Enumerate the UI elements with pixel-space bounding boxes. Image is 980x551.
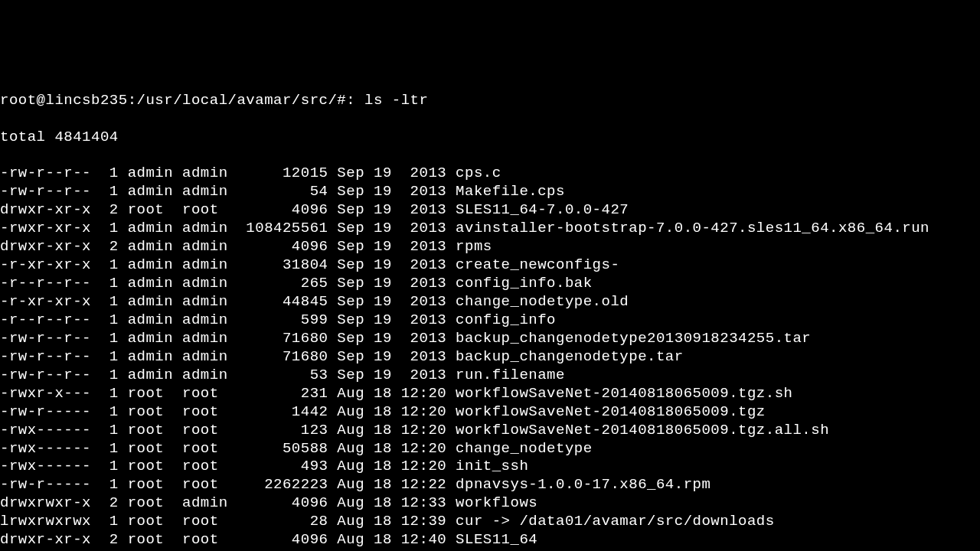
- file-entry: drwxr-xr-x 2 root root 4096 Aug 18 12:40…: [0, 531, 980, 549]
- file-entry: drwxrwxr-x 2 root admin 4096 Aug 18 12:3…: [0, 494, 980, 513]
- file-entry: -rwxr-xr-x 1 admin admin 108425561 Sep 1…: [0, 220, 980, 238]
- file-entry: -rwx------ 1 root root 493 Aug 18 12:20 …: [0, 458, 980, 476]
- file-entry: -r--r--r-- 1 admin admin 265 Sep 19 2013…: [0, 275, 980, 293]
- file-entry: -r--r--r-- 1 admin admin 599 Sep 19 2013…: [0, 311, 980, 330]
- file-entry: drwxr-xr-x 2 root root 4096 Sep 19 2013 …: [0, 201, 980, 220]
- total-line: total 4841404: [0, 129, 980, 147]
- file-entry: -rw-r--r-- 1 admin admin 12015 Sep 19 20…: [0, 165, 980, 183]
- command-text: ls -ltr: [364, 92, 428, 109]
- terminal-output[interactable]: root@lincsb235:/usr/local/avamar/src/#: …: [0, 73, 980, 551]
- file-entry: -r-xr-xr-x 1 admin admin 44845 Sep 19 20…: [0, 293, 980, 311]
- command-line-1: root@lincsb235:/usr/local/avamar/src/#: …: [0, 92, 980, 110]
- file-entry: -rw-r--r-- 1 admin admin 71680 Sep 19 20…: [0, 330, 980, 348]
- file-entry: -rw-r----- 1 root root 2262223 Aug 18 12…: [0, 476, 980, 494]
- prompt: root@lincsb235:/usr/local/avamar/src/#:: [0, 92, 364, 109]
- file-entry: -rw-r--r-- 1 admin admin 53 Sep 19 2013 …: [0, 367, 980, 385]
- file-entry: -rwxr-x--- 1 root root 231 Aug 18 12:20 …: [0, 385, 980, 403]
- file-entry: -rwx------ 1 root root 123 Aug 18 12:20 …: [0, 422, 980, 440]
- file-entry: -rw-r----- 1 root root 1442 Aug 18 12:20…: [0, 403, 980, 422]
- file-entry: drwxr-xr-x 2 admin admin 4096 Sep 19 201…: [0, 238, 980, 256]
- file-entry: -rwx------ 1 root root 50588 Aug 18 12:2…: [0, 440, 980, 458]
- file-entry: lrwxrwxrwx 1 root root 28 Aug 18 12:39 c…: [0, 513, 980, 531]
- file-entry: -r-xr-xr-x 1 admin admin 31804 Sep 19 20…: [0, 256, 980, 275]
- file-entry: -rw-r--r-- 1 admin admin 54 Sep 19 2013 …: [0, 183, 980, 201]
- file-entry: -rw-r--r-- 1 admin admin 71680 Sep 19 20…: [0, 348, 980, 367]
